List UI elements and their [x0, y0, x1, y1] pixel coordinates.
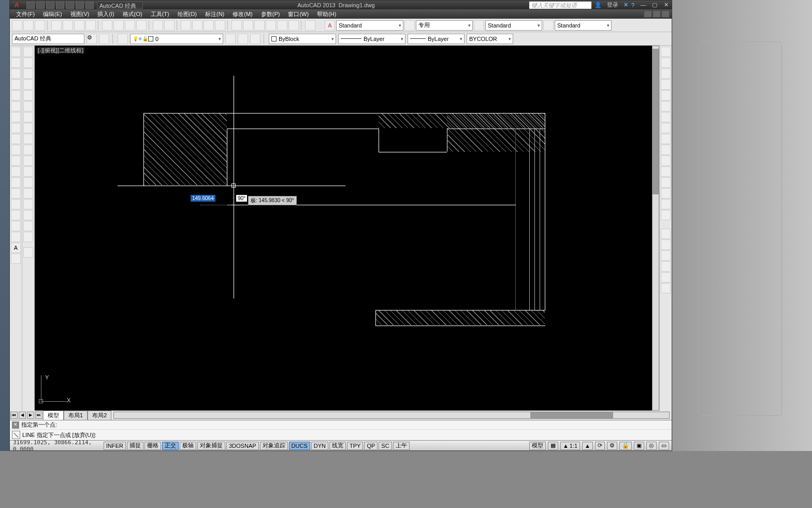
- menu-insert[interactable]: 插入(I): [93, 10, 118, 18]
- tab-first-button[interactable]: ⏮: [10, 412, 18, 419]
- maximize-button[interactable]: ▢: [649, 2, 660, 8]
- app-logo-icon[interactable]: A: [12, 2, 21, 9]
- rotate-r-icon[interactable]: [661, 112, 671, 122]
- status-线宽-button[interactable]: 线宽: [329, 442, 346, 450]
- hatch-icon[interactable]: [11, 199, 21, 209]
- cut-icon[interactable]: [102, 20, 112, 31]
- zoom-prev-icon[interactable]: [215, 20, 225, 31]
- rotate-icon[interactable]: [23, 112, 33, 122]
- revcloud-icon[interactable]: [11, 123, 21, 133]
- mirror-icon[interactable]: [23, 68, 33, 79]
- tool-palette-icon[interactable]: [254, 20, 265, 31]
- move-r-icon[interactable]: [661, 101, 671, 111]
- dist-icon[interactable]: [661, 47, 671, 57]
- pan-icon[interactable]: [181, 20, 191, 31]
- xline-icon[interactable]: [11, 58, 21, 68]
- text-style-icon[interactable]: A: [325, 20, 335, 31]
- menu-view[interactable]: 视图(V): [66, 10, 94, 18]
- gradient-icon[interactable]: [11, 210, 21, 220]
- draworder-icon[interactable]: [661, 166, 671, 177]
- match-layer-icon[interactable]: [661, 283, 671, 293]
- menu-edit[interactable]: 编辑(E): [39, 10, 66, 18]
- zoom-rt-icon[interactable]: [192, 20, 202, 31]
- plotstyle-dropdown[interactable]: BYCOLOR: [467, 34, 513, 44]
- redo-icon[interactable]: [164, 20, 175, 31]
- plot-preview-icon[interactable]: [63, 20, 73, 31]
- line-icon[interactable]: [11, 47, 21, 57]
- status-infer-button[interactable]: INFER: [104, 442, 126, 450]
- menu-draw[interactable]: 绘图(D): [173, 10, 201, 18]
- menu-window[interactable]: 窗口(W): [284, 10, 313, 18]
- paste-icon[interactable]: [125, 20, 135, 31]
- table-icon[interactable]: [11, 232, 21, 242]
- freeze-layer-icon[interactable]: [661, 250, 671, 261]
- uniso-layer-icon[interactable]: [661, 239, 671, 250]
- spline-icon[interactable]: [11, 134, 21, 144]
- status-tpy-button[interactable]: TPY: [347, 442, 363, 450]
- chamfer-icon[interactable]: [23, 199, 33, 209]
- markup-icon[interactable]: [277, 20, 287, 31]
- explode-icon[interactable]: [23, 232, 33, 242]
- help-tb-icon[interactable]: [305, 20, 315, 31]
- qat-saveas-icon[interactable]: [56, 2, 64, 9]
- rectangle-icon[interactable]: [11, 90, 21, 101]
- array-icon[interactable]: [23, 90, 33, 101]
- tab-model[interactable]: 模型: [43, 411, 64, 420]
- status-极轴-button[interactable]: 极轴: [180, 442, 196, 450]
- status-qp-button[interactable]: QP: [364, 442, 378, 450]
- join-icon[interactable]: [23, 188, 33, 199]
- modelspace-button[interactable]: 模型: [529, 442, 546, 450]
- zoom-window-icon[interactable]: [204, 20, 214, 31]
- doc-close-button[interactable]: [661, 10, 670, 18]
- qat-plot-icon[interactable]: [66, 2, 74, 9]
- design-center-icon[interactable]: [243, 20, 253, 31]
- layer-iso-icon[interactable]: [250, 34, 260, 44]
- dim-style-dropdown[interactable]: 专用: [416, 20, 473, 31]
- layer-r-icon[interactable]: [661, 199, 671, 209]
- status-sc-button[interactable]: SC: [379, 442, 392, 450]
- open-icon[interactable]: [23, 20, 34, 31]
- table-style-icon[interactable]: [474, 20, 484, 31]
- status-dyn-button[interactable]: DYN: [311, 442, 328, 450]
- offset-icon[interactable]: [23, 79, 33, 90]
- dim-linear-icon[interactable]: [661, 79, 671, 90]
- arc-icon[interactable]: [11, 101, 21, 111]
- tab-last-button[interactable]: ⏭: [35, 412, 42, 419]
- close-button[interactable]: ✕: [660, 2, 672, 8]
- group-icon[interactable]: [661, 177, 671, 188]
- drawing-viewport[interactable]: [-][俯视][二维线框]: [35, 46, 652, 411]
- off-layer-icon[interactable]: [661, 261, 671, 272]
- menu-modify[interactable]: 修改(M): [228, 10, 257, 18]
- horizontal-scrollbar[interactable]: [113, 412, 670, 419]
- scale-icon[interactable]: [23, 123, 33, 133]
- doc-minimize-button[interactable]: [644, 10, 652, 18]
- qat-new-icon[interactable]: [26, 2, 35, 9]
- break-icon[interactable]: [23, 177, 33, 188]
- linetype-dropdown[interactable]: ByLayer: [338, 34, 405, 44]
- annoauto-icon[interactable]: ⟳: [595, 442, 605, 450]
- region-icon[interactable]: [11, 221, 21, 231]
- save-icon[interactable]: [35, 20, 45, 31]
- move-icon[interactable]: [23, 101, 33, 111]
- point-icon[interactable]: [11, 188, 21, 199]
- grid-display-icon[interactable]: ▦: [548, 442, 558, 450]
- layer-states-icon[interactable]: [225, 34, 236, 44]
- break-at-icon[interactable]: [23, 166, 33, 177]
- dynamic-distance-input[interactable]: 149.6064: [190, 194, 216, 202]
- tab-next-button[interactable]: ▶: [27, 412, 34, 419]
- tab-prev-button[interactable]: ◀: [19, 412, 26, 419]
- coordinates-display[interactable]: 31699.1025, 30866.2114, 0.0000: [10, 439, 103, 453]
- text-style-dropdown[interactable]: Standard: [336, 20, 403, 31]
- polyline-icon[interactable]: [11, 68, 21, 79]
- mirror-r-icon[interactable]: [661, 134, 671, 144]
- layer-dropdown[interactable]: 💡 ❄ 🔓 0: [130, 34, 223, 44]
- exchange-icon[interactable]: ✕: [624, 2, 628, 8]
- dynamic-angle-input[interactable]: 90°: [236, 194, 248, 202]
- hardware-accel-icon[interactable]: ▣: [634, 442, 644, 450]
- fillet-icon[interactable]: [23, 210, 33, 220]
- trim-icon[interactable]: [23, 145, 33, 155]
- tab-layout2[interactable]: 布局2: [88, 411, 111, 420]
- isolate-obj-icon[interactable]: ◎: [646, 442, 657, 450]
- login-button[interactable]: 登录: [605, 1, 620, 9]
- ellipse-arc-icon[interactable]: [11, 156, 21, 166]
